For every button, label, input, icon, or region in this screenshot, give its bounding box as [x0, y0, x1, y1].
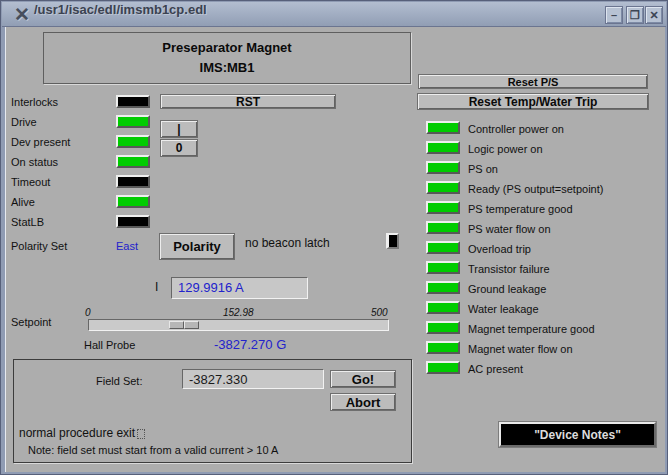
label-alive: Alive: [11, 196, 35, 208]
label-ac-present: AC present: [468, 363, 523, 375]
label-timeout: Timeout: [11, 176, 50, 188]
window-title: /usr1/isac/edl/imsmb1cp.edl: [34, 2, 207, 27]
window-titlebar[interactable]: ✕ /usr1/isac/edl/imsmb1cp.edl – ❒ ✕: [2, 2, 666, 27]
device-name: IMS:MB1: [44, 60, 410, 75]
indicator-ps-water: [426, 221, 460, 234]
label-logic-power: Logic power on: [468, 143, 543, 155]
slider-scale-max: 500: [371, 307, 388, 318]
off-button[interactable]: 0: [160, 139, 198, 157]
label-transistor: Transistor failure: [468, 263, 550, 275]
procedure-status: normal procedure exit: [19, 426, 145, 440]
indicator-magnet-water: [426, 341, 460, 354]
abort-button[interactable]: Abort: [330, 393, 396, 411]
label-magnet-temp: Magnet temperature good: [468, 323, 595, 335]
go-button[interactable]: Go!: [330, 370, 396, 388]
indicator-ready: [426, 181, 460, 194]
device-title-box: Preseparator Magnet IMS:MB1: [43, 32, 411, 84]
indicator-alive: [116, 195, 150, 208]
minimize-button[interactable]: –: [605, 6, 623, 24]
cursor-box: [137, 429, 145, 439]
polarity-button[interactable]: Polarity: [159, 233, 235, 260]
slider-scale-min: 0: [85, 307, 91, 318]
indicator-ac-present: [426, 361, 460, 374]
label-magnet-water: Magnet water flow on: [468, 343, 573, 355]
label-water-leak: Water leakage: [468, 303, 539, 315]
rst-button[interactable]: RST: [160, 94, 336, 109]
field-set-box: Field Set: Go! Abort normal procedure ex…: [13, 359, 412, 463]
field-set-label: Field Set:: [96, 375, 142, 387]
hall-probe-label: Hall Probe: [84, 339, 135, 351]
reset-ps-button[interactable]: Reset P/S: [418, 74, 648, 89]
app-x-icon: ✕: [11, 3, 33, 26]
field-set-input[interactable]: [182, 369, 324, 389]
beacon-indicator: [386, 233, 399, 249]
label-ps-temp: PS temperature good: [468, 203, 573, 215]
indicator-ground-leak: [426, 281, 460, 294]
setpoint-slider-track[interactable]: [88, 319, 389, 331]
label-statlb: StatLB: [11, 216, 44, 228]
setpoint-slider-thumb[interactable]: [169, 321, 199, 329]
label-interlocks: Interlocks: [11, 96, 58, 108]
indicator-magnet-temp: [426, 321, 460, 334]
close-button[interactable]: ✕: [645, 6, 663, 24]
setpoint-label: Setpoint: [11, 316, 51, 328]
polarity-set-label: Polarity Set: [11, 240, 67, 252]
indicator-dev-present: [116, 135, 150, 148]
hall-probe-value: -3827.270 G: [214, 337, 286, 352]
label-overload: Overload trip: [468, 243, 531, 255]
field-set-note: Note: field set must start from a valid …: [28, 444, 278, 456]
current-readback: 129.9916 A: [171, 277, 308, 299]
reset-temp-water-button[interactable]: Reset Temp/Water Trip: [417, 93, 649, 110]
indicator-controller-power: [426, 121, 460, 134]
indicator-statlb: [116, 215, 150, 228]
indicator-water-leak: [426, 301, 460, 314]
label-controller-power: Controller power on: [468, 123, 564, 135]
indicator-ps-on: [426, 161, 460, 174]
indicator-transistor: [426, 261, 460, 274]
label-drive: Drive: [11, 116, 37, 128]
maximize-button[interactable]: ❒: [626, 6, 644, 24]
label-on-status: On status: [11, 156, 58, 168]
indicator-timeout: [116, 175, 150, 188]
beacon-latch-status: no beacon latch: [245, 236, 330, 250]
panel-content: Preseparator Magnet IMS:MB1 Interlocks D…: [5, 27, 665, 472]
label-ready: Ready (PS output=setpoint): [468, 183, 603, 195]
label-ps-on: PS on: [468, 163, 498, 175]
indicator-drive: [116, 115, 150, 128]
device-notes-button[interactable]: "Device Notes": [499, 422, 656, 447]
polarity-value: East: [116, 240, 138, 252]
label-dev-present: Dev present: [11, 136, 70, 148]
indicator-logic-power: [426, 141, 460, 154]
current-label: I: [155, 280, 158, 294]
device-title: Preseparator Magnet: [44, 40, 410, 55]
on-button[interactable]: |: [160, 120, 198, 138]
indicator-overload: [426, 241, 460, 254]
edm-window: ✕ /usr1/isac/edl/imsmb1cp.edl – ❒ ✕ Pres…: [0, 0, 668, 475]
indicator-on-status: [116, 155, 150, 168]
slider-scale-value: 152.98: [223, 307, 254, 318]
indicator-interlocks: [116, 95, 150, 108]
label-ps-water: PS water flow on: [468, 223, 551, 235]
label-ground-leak: Ground leakage: [468, 283, 546, 295]
indicator-ps-temp: [426, 201, 460, 214]
